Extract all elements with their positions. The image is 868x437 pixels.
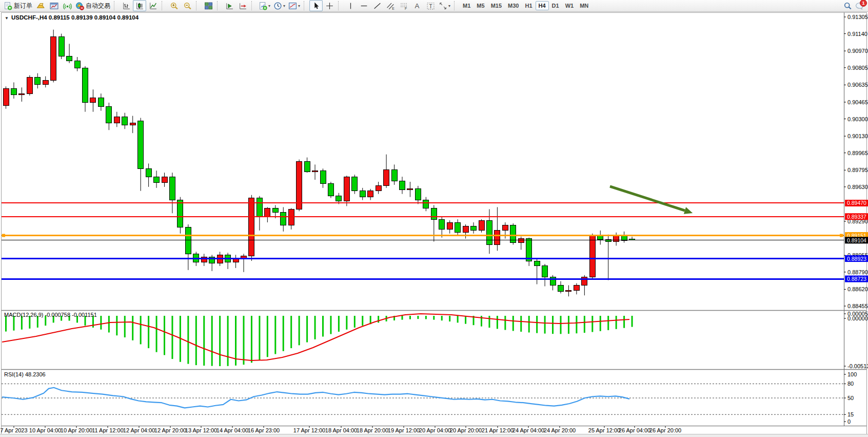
timeframe-h4-button[interactable]: H4 (536, 1, 549, 10)
cursor-button[interactable] (309, 0, 323, 11)
time-tick-label: 10 Apr 20:00 (61, 427, 92, 433)
candle (352, 175, 358, 194)
price-tick-label: 0.90130 (847, 133, 868, 139)
bar-chart-button[interactable] (120, 0, 133, 11)
chart-window: 0.913050.911400.909700.908050.906350.904… (0, 12, 868, 437)
candle-body (19, 93, 25, 94)
equidistant-channel-button[interactable]: E (384, 0, 397, 11)
rsi-axis-label: 15 (847, 411, 854, 417)
trendline-button[interactable] (370, 0, 384, 11)
timeframe-m30-button[interactable]: M30 (505, 1, 522, 10)
cursor-icon (312, 2, 321, 10)
timeframe-w1-button[interactable]: W1 (562, 1, 577, 10)
new-order-button[interactable]: 新订单 (2, 0, 34, 11)
candle (249, 195, 254, 261)
candle-body (130, 123, 135, 125)
line-icon-icon (149, 2, 157, 10)
line-chart-button[interactable] (146, 0, 160, 11)
zoom-out-button[interactable] (181, 0, 194, 11)
text-a-icon: A (413, 2, 422, 10)
toolbar-separator (454, 1, 458, 10)
rsi-axis-label: 0 (847, 419, 851, 425)
timeframe-m5-button[interactable]: M5 (474, 1, 487, 10)
chat-button[interactable]: 1 (855, 2, 864, 10)
candle-body (558, 286, 564, 292)
candle-body (265, 208, 270, 216)
price-label-text: 0.88723 (847, 276, 866, 282)
time-tick-label: 26 Apr 20:00 (649, 427, 681, 433)
candle-body (455, 222, 461, 233)
text-label-button[interactable]: T (424, 0, 437, 11)
auto-scroll-button[interactable] (223, 0, 236, 11)
hline-handle[interactable] (840, 234, 843, 237)
candle (479, 219, 484, 233)
search-button[interactable] (843, 2, 852, 10)
hline-icon (360, 2, 368, 10)
horizontal-line-button[interactable] (357, 0, 370, 11)
rsi-axis-label: 80 (847, 381, 854, 387)
tile-windows-button[interactable] (202, 0, 215, 11)
chevron-down-icon[interactable]: ▾ (298, 4, 300, 8)
periods-button[interactable]: ▾ (272, 0, 287, 11)
chevron-down-icon[interactable]: ▾ (268, 4, 270, 8)
candle (58, 34, 64, 59)
time-tick-label: 20 Apr 20:00 (450, 427, 482, 433)
auto-trading-button[interactable]: 自动交易 (74, 0, 112, 11)
chevron-down-icon[interactable]: ▾ (283, 4, 285, 8)
candle (510, 223, 516, 244)
candle-body (154, 177, 160, 183)
price-tick-label: 0.91140 (847, 31, 867, 37)
candle-body (74, 61, 80, 68)
gold-button[interactable] (34, 0, 47, 11)
crosshair-button[interactable] (323, 0, 336, 11)
charts-button[interactable] (47, 0, 61, 11)
svg-text:E: E (392, 6, 394, 10)
price-tick-label: 0.88790 (847, 269, 868, 275)
templates-button[interactable]: ▾ (287, 0, 302, 11)
hline-handle[interactable] (2, 234, 5, 237)
one-click-trading-toggle: ▼ (5, 16, 9, 21)
macd-axis-label: -0.00513 (847, 363, 868, 369)
rsi-label: RSI(14) 48.2306 (4, 371, 46, 377)
chevron-down-icon[interactable]: ▾ (448, 4, 450, 8)
vertical-line-button[interactable] (344, 0, 357, 11)
candle-body (146, 168, 151, 177)
timeframe-m15-button[interactable]: M15 (488, 1, 505, 10)
timeframe-mn-button[interactable]: MN (577, 1, 591, 10)
candle-body (400, 181, 405, 190)
text-button[interactable]: A (410, 0, 424, 11)
candlestick-chart-button[interactable] (133, 0, 146, 11)
svg-text:A: A (415, 2, 419, 10)
candle-body (518, 239, 524, 243)
chart-shift-button[interactable] (236, 0, 249, 11)
signals-button[interactable] (61, 0, 74, 11)
candle-body (574, 286, 579, 291)
timeframe-m1-button[interactable]: M1 (460, 1, 474, 10)
candle-body (589, 236, 595, 277)
indicators-button[interactable]: ▾ (257, 0, 272, 11)
toolbar-separator (162, 1, 166, 10)
fibonacci-button[interactable]: F (397, 0, 410, 11)
candle-body (328, 184, 333, 196)
candle-body (320, 170, 326, 184)
timeframe-d1-button[interactable]: D1 (549, 1, 562, 10)
candle-body (35, 78, 41, 85)
new-order-icon (4, 2, 12, 10)
candles-icon-icon (135, 2, 144, 10)
candle-body (58, 37, 64, 56)
price-tick-label: 0.90635 (847, 82, 868, 88)
candle-body (162, 177, 167, 183)
toolbar-separator (251, 1, 255, 10)
candle-body (605, 240, 611, 242)
price-tick-label: 0.89965 (847, 150, 868, 156)
channel-icon: E (386, 2, 395, 10)
arrows-button[interactable]: ▾ (437, 0, 452, 11)
timeframe-h1-button[interactable]: H1 (522, 1, 535, 10)
time-tick-label: 12 Apr 20:00 (154, 427, 186, 433)
tile-icon (204, 2, 213, 10)
candle-body (98, 98, 104, 107)
chart-title: USDCHF-,H4 0.89115 0.89139 0.89104 0.891… (11, 14, 139, 21)
candle-body (3, 88, 9, 106)
candle-body (447, 222, 452, 230)
zoom-in-button[interactable] (167, 0, 181, 11)
